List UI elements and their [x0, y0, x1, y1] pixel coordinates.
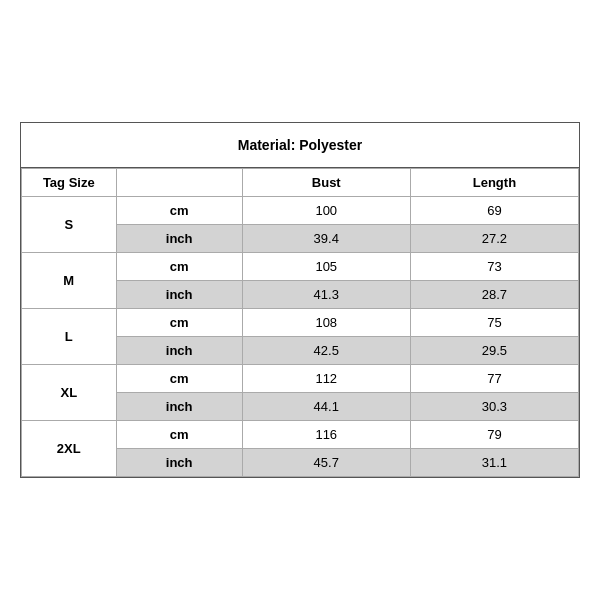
- bust-inch-value: 39.4: [242, 225, 410, 253]
- length-inch-value: 28.7: [410, 281, 578, 309]
- tag-size-cell: S: [22, 197, 117, 253]
- bust-inch-value: 44.1: [242, 393, 410, 421]
- chart-title: Material: Polyester: [21, 123, 579, 168]
- unit-cell-cm: cm: [116, 309, 242, 337]
- length-inch-value: 30.3: [410, 393, 578, 421]
- bust-header: Bust: [242, 169, 410, 197]
- length-cm-value: 73: [410, 253, 578, 281]
- length-header: Length: [410, 169, 578, 197]
- tag-size-header: Tag Size: [22, 169, 117, 197]
- bust-cm-value: 108: [242, 309, 410, 337]
- unit-cell-inch: inch: [116, 281, 242, 309]
- bust-cm-value: 105: [242, 253, 410, 281]
- unit-cell-inch: inch: [116, 393, 242, 421]
- bust-cm-value: 116: [242, 421, 410, 449]
- tag-size-cell: M: [22, 253, 117, 309]
- unit-cell-inch: inch: [116, 337, 242, 365]
- table-row: Lcm10875: [22, 309, 579, 337]
- table-header-row: Tag Size Bust Length: [22, 169, 579, 197]
- bust-inch-value: 42.5: [242, 337, 410, 365]
- bust-inch-value: 45.7: [242, 449, 410, 477]
- length-cm-value: 69: [410, 197, 578, 225]
- length-cm-value: 77: [410, 365, 578, 393]
- length-inch-value: 27.2: [410, 225, 578, 253]
- table-row: XLcm11277: [22, 365, 579, 393]
- length-inch-value: 29.5: [410, 337, 578, 365]
- tag-size-cell: L: [22, 309, 117, 365]
- unit-cell-cm: cm: [116, 197, 242, 225]
- length-inch-value: 31.1: [410, 449, 578, 477]
- table-row: Scm10069: [22, 197, 579, 225]
- length-cm-value: 75: [410, 309, 578, 337]
- table-row: 2XLcm11679: [22, 421, 579, 449]
- unit-cell-cm: cm: [116, 253, 242, 281]
- unit-header: [116, 169, 242, 197]
- tag-size-cell: 2XL: [22, 421, 117, 477]
- unit-cell-inch: inch: [116, 225, 242, 253]
- unit-cell-cm: cm: [116, 365, 242, 393]
- size-table: Tag Size Bust Length Scm10069inch39.427.…: [21, 168, 579, 477]
- bust-inch-value: 41.3: [242, 281, 410, 309]
- table-row: Mcm10573: [22, 253, 579, 281]
- unit-cell-inch: inch: [116, 449, 242, 477]
- size-chart-container: Material: Polyester Tag Size Bust Length…: [20, 122, 580, 478]
- length-cm-value: 79: [410, 421, 578, 449]
- bust-cm-value: 112: [242, 365, 410, 393]
- bust-cm-value: 100: [242, 197, 410, 225]
- tag-size-cell: XL: [22, 365, 117, 421]
- unit-cell-cm: cm: [116, 421, 242, 449]
